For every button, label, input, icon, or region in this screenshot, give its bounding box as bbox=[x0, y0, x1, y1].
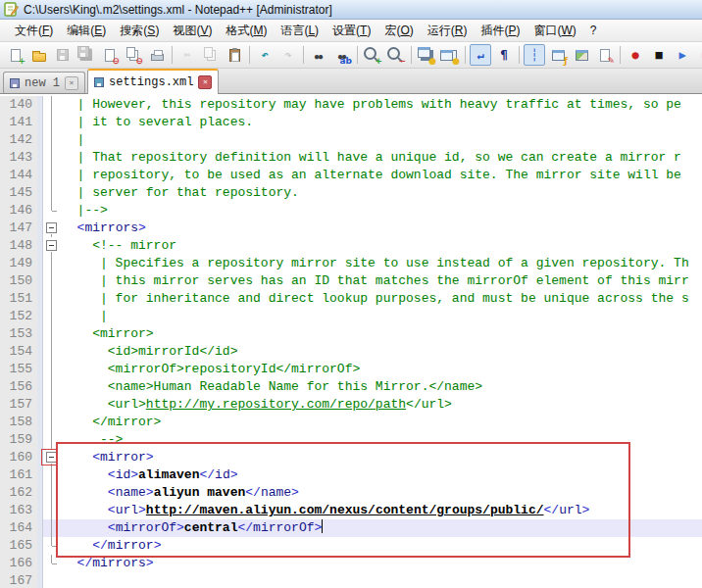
menu-edit[interactable]: 编辑(E) bbox=[60, 21, 113, 41]
line-number: 154 bbox=[0, 343, 37, 361]
function-list-icon-shape bbox=[552, 50, 565, 61]
save-all-icon[interactable] bbox=[75, 44, 97, 66]
fold-margin bbox=[43, 466, 59, 484]
code-text[interactable]: | bbox=[59, 308, 702, 325]
tab-new-1[interactable]: new 1✕ bbox=[3, 72, 85, 93]
notepad-plus-plus-window: C:\Users\King\.m2\settings.xml - Notepad… bbox=[0, 0, 702, 588]
menu-macro[interactable]: 宏(O) bbox=[377, 21, 420, 41]
fold-toggle[interactable] bbox=[46, 222, 57, 233]
code-text[interactable]: <mirrorOf>repositoryId</mirrorOf> bbox=[59, 361, 702, 378]
code-text[interactable]: </mirror> bbox=[59, 414, 702, 431]
menu-format[interactable]: 格式(M) bbox=[219, 21, 274, 41]
menu-window[interactable]: 窗口(W) bbox=[526, 21, 582, 41]
code-text[interactable]: <mirrors> bbox=[59, 220, 702, 237]
tab-close-icon[interactable]: ✕ bbox=[65, 76, 78, 90]
code-text[interactable]: | However, this repository may have prob… bbox=[59, 96, 702, 114]
code-text[interactable] bbox=[59, 572, 702, 588]
run-macro-multiple-icon[interactable]: ▶▶ bbox=[695, 44, 702, 66]
code-text[interactable]: <mirrorOf>central</mirrorOf> bbox=[59, 519, 702, 537]
play-macro-icon[interactable]: ▶ bbox=[672, 44, 693, 66]
code-text[interactable]: <url>http://maven.aliyun.com/nexus/conte… bbox=[59, 502, 702, 519]
line-number: 164 bbox=[0, 519, 37, 537]
indent-guide-icon-glyph: ┆ bbox=[530, 49, 537, 61]
code-text[interactable]: | it to several places. bbox=[59, 114, 702, 131]
code-text[interactable]: | Specifies a repository mirror site to … bbox=[59, 255, 702, 272]
close-all-icon[interactable]: ⊖ bbox=[123, 44, 144, 66]
document-switcher-icon[interactable]: ✎ bbox=[594, 44, 616, 66]
code-text[interactable]: | bbox=[59, 131, 702, 149]
code-text[interactable]: <name>aliyun maven</name> bbox=[59, 484, 702, 502]
replace-icon[interactable]: ab bbox=[331, 44, 353, 66]
new-file-icon[interactable]: + bbox=[5, 44, 26, 66]
fold-toggle[interactable] bbox=[46, 240, 57, 251]
editor-line: 148 <!-- mirror bbox=[0, 237, 702, 255]
code-text[interactable]: --> bbox=[59, 431, 702, 449]
code-text[interactable]: |--> bbox=[59, 202, 702, 220]
code-text[interactable]: <id>mirrorId</id> bbox=[59, 343, 702, 361]
tab-settings-xml[interactable]: settings.xml✕ bbox=[87, 69, 219, 94]
code-text[interactable]: </mirrors> bbox=[59, 555, 702, 572]
stop-macro-icon[interactable]: ■ bbox=[648, 44, 670, 66]
indent-guide-icon[interactable]: ┆ bbox=[524, 44, 545, 66]
editor-line: 146 |--> bbox=[0, 202, 702, 220]
copy-icon[interactable] bbox=[200, 44, 222, 66]
tab-bar: new 1✕settings.xml✕ bbox=[0, 69, 702, 94]
line-number: 144 bbox=[0, 167, 37, 184]
text-editor[interactable]: 140 | However, this repository may have … bbox=[0, 94, 702, 588]
redo-icon[interactable]: ↷ bbox=[277, 44, 299, 66]
code-text[interactable]: </mirror> bbox=[59, 537, 702, 555]
word-wrap-icon[interactable]: ↵ bbox=[470, 44, 491, 66]
code-text[interactable]: | server for that repository. bbox=[59, 184, 702, 202]
code-text[interactable]: <name>Human Readable Name for this Mirro… bbox=[59, 378, 702, 396]
document-map-icon[interactable] bbox=[571, 44, 592, 66]
fold-margin bbox=[43, 361, 59, 378]
fold-margin bbox=[43, 96, 59, 114]
code-text[interactable]: | That repository definition will have a… bbox=[59, 149, 702, 167]
code-text[interactable]: | this mirror serves has an ID that matc… bbox=[59, 272, 702, 290]
save-icon[interactable] bbox=[52, 44, 74, 66]
paste-icon[interactable] bbox=[224, 44, 245, 66]
record-macro-icon[interactable]: ● bbox=[625, 44, 646, 66]
function-list-icon[interactable]: ƒ bbox=[547, 44, 569, 66]
menu-search[interactable]: 搜索(S) bbox=[113, 21, 166, 41]
tab-close-icon[interactable]: ✕ bbox=[198, 75, 212, 89]
zoom-out-icon[interactable]: − bbox=[385, 44, 407, 66]
toolbar: +⊖⊖✂↶↷ab+−●●↵¶┆ƒ✎●■▶▶▶ bbox=[0, 42, 702, 69]
code-text[interactable]: | repository, to be used as an alternate… bbox=[59, 167, 702, 184]
fold-margin bbox=[43, 255, 59, 272]
fold-margin bbox=[43, 537, 59, 555]
cut-icon[interactable]: ✂ bbox=[176, 44, 198, 66]
toolbar-separator bbox=[357, 46, 358, 64]
line-number: 149 bbox=[0, 255, 37, 272]
code-text[interactable]: <id>alimaven</id> bbox=[59, 466, 702, 484]
undo-icon[interactable]: ↶ bbox=[254, 44, 276, 66]
menu-help[interactable]: ? bbox=[583, 22, 604, 39]
sync-horizontal-scroll-icon[interactable]: ● bbox=[439, 44, 461, 66]
cut-icon-glyph: ✂ bbox=[183, 49, 190, 61]
print-icon[interactable] bbox=[146, 44, 168, 66]
code-text[interactable]: <url>http://my.repository.com/repo/path<… bbox=[59, 396, 702, 414]
open-folder-icon[interactable] bbox=[28, 44, 50, 66]
find-icon[interactable] bbox=[308, 44, 329, 66]
line-number: 141 bbox=[0, 114, 37, 131]
menu-view[interactable]: 视图(V) bbox=[166, 21, 219, 41]
menu-file[interactable]: 文件(F) bbox=[8, 21, 60, 41]
line-number: 161 bbox=[0, 466, 37, 484]
close-icon[interactable]: ⊖ bbox=[99, 44, 121, 66]
code-text[interactable]: <mirror> bbox=[59, 325, 702, 343]
fold-toggle[interactable] bbox=[46, 452, 57, 463]
line-number: 166 bbox=[0, 555, 37, 572]
line-number: 153 bbox=[0, 325, 37, 343]
code-text[interactable]: <!-- mirror bbox=[59, 237, 702, 255]
menu-language[interactable]: 语言(L) bbox=[274, 21, 326, 41]
menu-settings[interactable]: 设置(T) bbox=[326, 21, 377, 41]
close-all-icon-overlay: ⊖ bbox=[135, 57, 143, 66]
zoom-in-icon[interactable]: + bbox=[362, 44, 383, 66]
menu-run[interactable]: 运行(R) bbox=[421, 21, 475, 41]
menu-plugins[interactable]: 插件(P) bbox=[474, 21, 526, 41]
sync-vertical-scroll-icon[interactable]: ● bbox=[416, 44, 437, 66]
fold-margin bbox=[43, 484, 59, 502]
show-all-chars-icon[interactable]: ¶ bbox=[493, 44, 515, 66]
code-text[interactable]: | for inheritance and direct lookup purp… bbox=[59, 290, 702, 308]
code-text[interactable]: <mirror> bbox=[59, 449, 702, 466]
